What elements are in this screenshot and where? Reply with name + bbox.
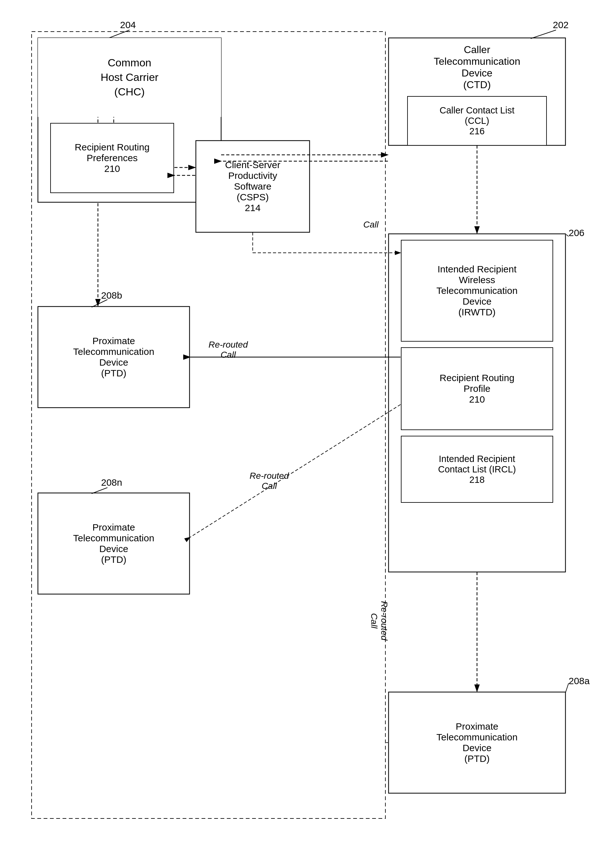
rerouted-call-a-label: Re-routed Call [369,601,389,641]
rrprofile-box: Recipient Routing Profile 210 [401,348,553,430]
ircl-box: Intended Recipient Contact List (IRCL) 2… [401,436,553,502]
irwtd-box: Intended Recipient Wireless Telecommunic… [401,240,553,341]
ref-202: 202 [553,20,569,30]
ctd-box: Caller Telecommunication Device (CTD) [389,38,565,96]
svg-line-32 [107,30,129,38]
ref-208a: 208a [569,676,590,687]
ptd-b-box: Proximate Telecommunication Device (PTD) [38,307,189,408]
ptd-a-box: Proximate Telecommunication Device (PTD) [389,692,565,793]
diagram-container: Common Host Carrier (CHC) Recipient Rout… [0,0,616,845]
chc-box-label: Common Host Carrier (CHC) [38,38,221,117]
ref-208b: 208b [101,290,122,301]
ref-204: 204 [120,20,136,30]
svg-line-37 [565,683,569,693]
rerouted-call-n-label: Re-routed Call [249,471,289,491]
rerouted-call-b-label: Re-routed Call [208,340,248,360]
ref-208n: 208n [101,477,122,488]
ref-206: 206 [569,227,584,238]
svg-line-29 [190,405,400,537]
ccl-box: Caller Contact List (CCL) 216 [408,96,547,145]
csps-box: Client-Server Productivity Software (CSP… [196,141,309,232]
call-label: Call [363,220,378,230]
svg-line-33 [531,30,556,38]
svg-line-34 [566,235,569,236]
rrp-box: Recipient Routing Preferences 210 [51,123,174,193]
ptd-n-box: Proximate Telecommunication Device (PTD) [38,493,189,594]
